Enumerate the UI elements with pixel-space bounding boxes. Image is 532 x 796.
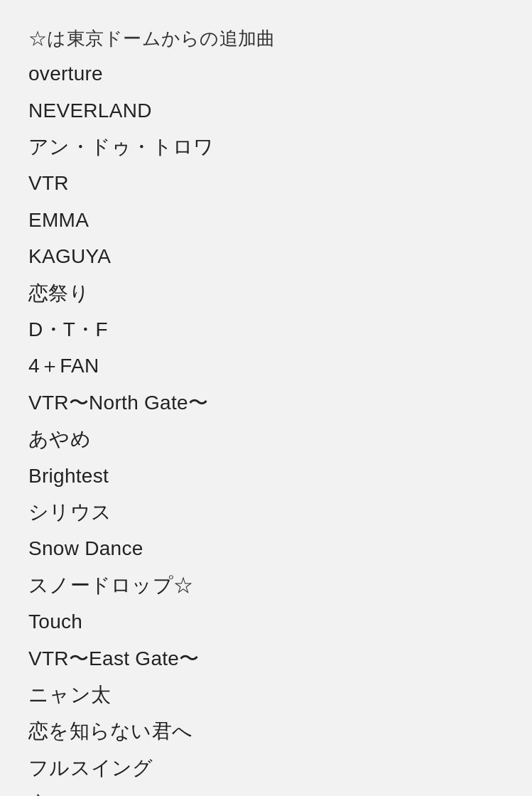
song-item-snow-dance: Snow Dance — [28, 530, 504, 566]
song-item-nyan-ta: ニャン太 — [28, 677, 504, 713]
song-item-vtr-east: VTR〜East Gate〜 — [28, 640, 504, 677]
song-item-vtr-north: VTR〜North Gate〜 — [28, 384, 504, 421]
song-item-kaguya: KAGUYA — [28, 238, 504, 274]
song-item-brightest: Brightest — [28, 458, 504, 494]
song-item-vtr1: VTR — [28, 165, 504, 201]
song-item-emma: EMMA — [28, 202, 504, 238]
song-item-dtf: D・T・F — [28, 311, 504, 348]
song-item-neverland: NEVERLAND — [28, 92, 504, 129]
song-item-snowdrop: スノードロップ☆ — [28, 567, 504, 603]
song-item-koi-shiranai: 恋を知らない君へ — [28, 713, 504, 749]
song-item-full-swing: フルスイング — [28, 750, 504, 786]
song-item-un-deux-trois: アン・ドゥ・トロワ — [28, 129, 504, 165]
song-item-overture: overture — [28, 55, 504, 92]
song-item-note: ☆は東京ドームからの追加曲 — [28, 21, 504, 55]
song-item-koi-matsuri: 恋祭り — [28, 275, 504, 311]
song-list: ☆は東京ドームからの追加曲overtureNEVERLANDアン・ドゥ・トロワV… — [28, 21, 504, 796]
song-item-ayame: あやめ — [28, 421, 504, 457]
song-item-sirius: シリウス — [28, 494, 504, 530]
song-item-4fan: 4＋FAN — [28, 348, 504, 384]
song-item-touch: Touch — [28, 603, 504, 640]
song-item-koi-no-abo: 恋のABO — [28, 786, 504, 796]
